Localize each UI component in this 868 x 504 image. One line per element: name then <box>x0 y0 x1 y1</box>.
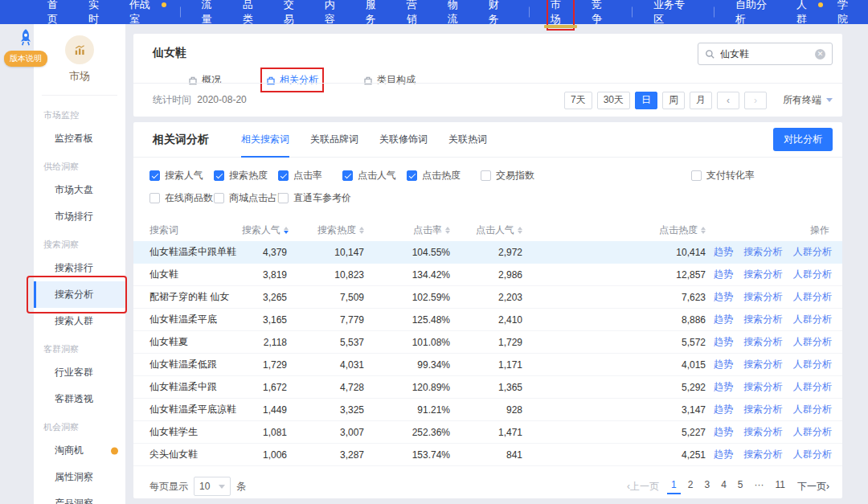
sidebar-item[interactable]: 供给洞察 <box>34 152 125 177</box>
sidebar-item[interactable]: 搜索排行 <box>34 255 125 281</box>
search-analysis-link[interactable]: 搜索分析 <box>743 291 782 302</box>
table-row[interactable]: 仙女鞋温柔平底 3,165 7,779 125.48% 2,410 8,886 … <box>133 309 842 331</box>
search-analysis-link[interactable]: 搜索分析 <box>743 426 782 437</box>
trend-link[interactable]: 趋势 <box>714 268 733 280</box>
crowd-analysis-link[interactable]: 人群分析 <box>793 381 832 392</box>
table-row[interactable]: 配裙子穿的鞋 仙女 3,265 7,509 102.59% 2,203 7,62… <box>133 286 842 309</box>
search-analysis-link[interactable]: 搜索分析 <box>743 359 782 370</box>
prev-page-button[interactable]: ‹上一页 <box>627 480 659 494</box>
sidebar-item[interactable]: 属性洞察 <box>34 464 125 490</box>
checkbox-icon[interactable] <box>149 170 160 181</box>
compare-analysis-button[interactable]: 对比分析 <box>773 128 833 151</box>
page-number[interactable]: 5 <box>734 478 747 494</box>
sidebar-item[interactable]: 监控看板 <box>34 125 125 152</box>
metric-checkbox[interactable]: 支付转化率 <box>691 169 829 182</box>
sidebar-item[interactable]: 搜索分析 <box>34 281 125 308</box>
next-period-button[interactable]: › <box>744 92 767 109</box>
next-page-button[interactable]: 下一页› <box>797 480 829 494</box>
nav-item[interactable]: 财务 <box>478 0 519 24</box>
nav-item[interactable]: 作战室 <box>119 0 170 24</box>
page-number[interactable]: 1 <box>667 478 681 494</box>
sidebar-item[interactable]: 淘商机 <box>34 437 125 464</box>
nav-item[interactable]: 市场 <box>540 0 581 24</box>
crowd-analysis-link[interactable]: 人群分析 <box>793 313 832 325</box>
nav-item[interactable]: 首页 <box>37 0 78 24</box>
version-badge[interactable]: 版本说明 <box>4 51 47 67</box>
table-row[interactable]: 仙女鞋学生 1,081 3,007 252.36% 1,471 5,227 趋势… <box>133 421 842 444</box>
checkbox-icon[interactable] <box>149 193 160 203</box>
crowd-analysis-link[interactable]: 人群分析 <box>793 291 832 302</box>
table-row[interactable]: 仙女鞋温柔低跟 1,729 4,031 99.34% 1,171 4,015 趋… <box>133 354 842 376</box>
search-analysis-link[interactable]: 搜索分析 <box>743 246 782 257</box>
crowd-analysis-link[interactable]: 人群分析 <box>793 246 832 257</box>
search-analysis-link[interactable]: 搜索分析 <box>743 381 782 392</box>
table-row[interactable]: 仙女鞋夏 2,118 5,537 101.08% 1,729 5,572 趋势 … <box>133 331 842 354</box>
date-range-button[interactable]: 30天 <box>597 92 630 109</box>
checkbox-icon[interactable] <box>342 170 353 181</box>
panel-tab[interactable]: 关联热词 <box>448 122 487 158</box>
table-row[interactable]: 仙女鞋 3,819 10,823 134.42% 2,986 12,857 趋势… <box>133 264 842 286</box>
panel-tab[interactable]: 关联品牌词 <box>310 122 358 158</box>
nav-item[interactable]: 物流 <box>437 0 478 24</box>
nav-item[interactable]: 品类 <box>232 0 273 24</box>
table-row[interactable]: 仙女鞋温柔中跟 1,672 4,728 120.89% 1,365 5,292 … <box>133 376 842 399</box>
terminal-select[interactable]: 所有终端 <box>783 93 833 107</box>
table-row[interactable]: 仙女鞋温柔平底凉鞋 1,449 3,325 91.21% 928 3,147 趋… <box>133 399 842 421</box>
nav-item[interactable]: 竞争 <box>581 0 622 24</box>
metric-checkbox[interactable]: 点击热度 <box>407 169 481 182</box>
checkbox-icon[interactable] <box>481 170 491 181</box>
nav-item[interactable]: 服务 <box>355 0 396 24</box>
metric-checkbox[interactable]: 搜索人气 <box>149 169 214 182</box>
checkbox-icon[interactable] <box>691 170 702 181</box>
prev-period-button[interactable]: ‹ <box>717 92 739 109</box>
checkbox-icon[interactable] <box>214 170 224 181</box>
table-row[interactable]: 尖头仙女鞋 1,006 3,287 153.74% 841 4,251 趋势 搜… <box>133 444 842 466</box>
metric-checkbox[interactable]: 在线商品数 <box>149 191 214 205</box>
sidebar-item[interactable]: 机会洞察 <box>34 412 125 437</box>
search-input[interactable] <box>720 48 815 59</box>
sidebar-item[interactable]: 搜索洞察 <box>34 230 125 255</box>
page-number[interactable]: 2 <box>684 478 698 494</box>
panel-tab[interactable]: 关联修饰词 <box>379 122 428 158</box>
metric-checkbox[interactable]: 搜索热度 <box>214 169 278 182</box>
sidebar-item[interactable]: 产品洞察 <box>34 490 125 504</box>
metric-checkbox[interactable]: 点击人气 <box>342 169 407 182</box>
trend-link[interactable]: 趋势 <box>714 313 733 325</box>
sidebar-item[interactable]: 行业客群 <box>34 359 125 386</box>
crowd-analysis-link[interactable]: 人群分析 <box>793 426 832 437</box>
nav-item[interactable]: 自助分析 <box>725 0 786 24</box>
nav-item[interactable]: 学院 <box>827 0 868 24</box>
trend-link[interactable]: 趋势 <box>714 449 733 460</box>
trend-link[interactable]: 趋势 <box>714 404 733 415</box>
search-analysis-link[interactable]: 搜索分析 <box>743 449 782 460</box>
search-analysis-link[interactable]: 搜索分析 <box>743 313 782 325</box>
date-range-button[interactable]: 日 <box>635 92 657 109</box>
checkbox-icon[interactable] <box>214 193 224 203</box>
crowd-analysis-link[interactable]: 人群分析 <box>793 336 832 347</box>
sidebar-item[interactable]: 市场大盘 <box>34 177 125 203</box>
trend-link[interactable]: 趋势 <box>714 291 733 302</box>
trend-link[interactable]: 趋势 <box>714 381 733 392</box>
checkbox-icon[interactable] <box>278 193 289 203</box>
sidebar-item[interactable]: 搜索人群 <box>34 308 125 334</box>
page-number[interactable]: 11 <box>772 478 789 494</box>
metric-checkbox[interactable]: 商城点击占比 <box>214 191 278 205</box>
trend-link[interactable]: 趋势 <box>714 246 733 257</box>
date-range-button[interactable]: 周 <box>662 92 685 109</box>
sidebar-item[interactable]: 市场排行 <box>34 203 125 230</box>
trend-link[interactable]: 趋势 <box>714 426 733 437</box>
page-size-select[interactable]: 10 <box>194 477 231 496</box>
nav-item[interactable]: 流量 <box>191 0 232 24</box>
sidebar-item[interactable]: 市场监控 <box>34 100 125 125</box>
nav-item[interactable]: 交易 <box>273 0 314 24</box>
search-analysis-link[interactable]: 搜索分析 <box>743 268 782 280</box>
checkbox-icon[interactable] <box>278 170 289 181</box>
clear-icon[interactable]: ✕ <box>815 49 825 59</box>
page-number[interactable]: 4 <box>717 478 731 494</box>
page-number[interactable]: ··· <box>751 478 768 494</box>
sidebar-item[interactable]: 客群透视 <box>34 386 125 412</box>
date-range-button[interactable]: 月 <box>690 92 712 109</box>
nav-item[interactable]: 内容 <box>314 0 355 24</box>
nav-item[interactable]: 营销 <box>396 0 437 24</box>
trend-link[interactable]: 趋势 <box>714 336 733 347</box>
